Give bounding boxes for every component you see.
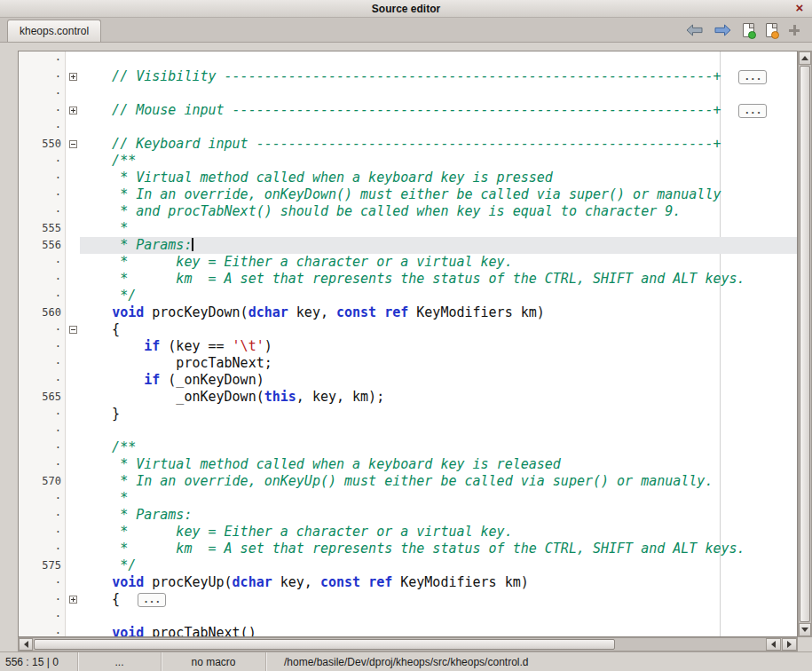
code-text[interactable] xyxy=(80,119,797,136)
code-line[interactable]: · * In an override, onKeyDown() must eit… xyxy=(19,186,797,203)
code-line[interactable]: · * km = A set that represents the statu… xyxy=(19,271,797,288)
code-text[interactable]: // Keyboard input ----------------------… xyxy=(80,136,797,153)
v-scroll-thumb[interactable] xyxy=(800,66,810,622)
code-text[interactable]: void procTabNext() xyxy=(80,625,797,637)
fold-expand-icon[interactable] xyxy=(69,107,77,114)
code-line[interactable]: · * km = A set that represents the statu… xyxy=(19,541,797,557)
v-scrollbar[interactable] xyxy=(798,51,812,637)
code-line[interactable]: · */ xyxy=(19,288,797,304)
code-line[interactable]: · if (_onKeyDown) xyxy=(19,372,797,389)
fold-ellipsis[interactable]: ... xyxy=(738,104,767,118)
code-text[interactable]: * Params: xyxy=(80,507,797,524)
line-number: · xyxy=(19,372,66,389)
code-editor[interactable]: ·· // Visibility -----------------------… xyxy=(18,51,798,637)
fold-ellipsis[interactable]: ... xyxy=(138,593,166,607)
code-text[interactable]: if (key == '\t') xyxy=(80,338,797,355)
code-line[interactable]: · void procTabNext() xyxy=(19,625,797,637)
detach-button[interactable] xyxy=(789,25,800,36)
code-line[interactable]: · xyxy=(19,85,797,102)
code-text[interactable]: */ xyxy=(80,557,797,574)
code-line[interactable]: 550 // Keyboard input ------------------… xyxy=(19,136,797,153)
code-line[interactable]: · // Mouse input -----------------------… xyxy=(19,102,797,119)
code-text[interactable]: if (_onKeyDown) xyxy=(80,372,797,389)
code-line[interactable]: · if (key == '\t') xyxy=(19,338,797,355)
code-line[interactable]: 560 void procKeyDown(dchar key, const re… xyxy=(19,304,797,321)
scroll-up-button[interactable] xyxy=(799,51,811,65)
code-line[interactable]: · xyxy=(19,608,797,625)
code-line[interactable]: · * key = Either a character or a virtua… xyxy=(19,524,797,541)
fold-expand-icon[interactable] xyxy=(69,596,77,604)
code-line[interactable]: 556 * Params: xyxy=(19,237,797,254)
code-line[interactable]: · {... xyxy=(19,591,797,608)
code-text[interactable] xyxy=(80,608,797,625)
code-line[interactable]: · * xyxy=(19,490,797,507)
code-text[interactable]: * In an override, onKeyUp() must either … xyxy=(80,473,797,490)
code-line[interactable]: · /** xyxy=(19,439,797,456)
code-text[interactable]: * In an override, onKeyDown() must eithe… xyxy=(80,186,797,203)
code-line[interactable]: · * Virtual method called when a keyboar… xyxy=(19,170,797,186)
code-line[interactable]: · xyxy=(19,119,797,136)
code-text[interactable]: * xyxy=(80,220,797,237)
fold-collapse-icon[interactable] xyxy=(69,326,77,334)
fold-margin xyxy=(66,541,80,557)
code-text[interactable]: { xyxy=(80,321,797,338)
code-line[interactable]: 565 _onKeyDown(this, key, km); xyxy=(19,389,797,406)
code-line[interactable]: 575 */ xyxy=(19,557,797,574)
code-text[interactable]: /** xyxy=(80,153,797,170)
code-text[interactable]: void procKeyDown(dchar key, const ref Ke… xyxy=(80,304,797,321)
fold-ellipsis[interactable]: ... xyxy=(738,70,767,84)
code-line[interactable]: · // Visibility ------------------------… xyxy=(19,68,797,85)
code-line[interactable]: · void procKeyUp(dchar key, const ref Ke… xyxy=(19,574,797,591)
code-text[interactable]: /** xyxy=(80,439,797,456)
code-line[interactable]: · procTabNext; xyxy=(19,355,797,372)
code-text[interactable]: */ xyxy=(80,288,797,304)
code-text[interactable]: * Params: xyxy=(80,237,797,254)
code-text[interactable]: // Visibility --------------------------… xyxy=(80,68,797,85)
close-button[interactable]: × xyxy=(792,1,807,15)
h-scrollbar[interactable] xyxy=(18,637,798,651)
scroll-down-button[interactable] xyxy=(799,623,811,636)
code-line[interactable]: · { xyxy=(19,321,797,338)
code-line[interactable]: · /** xyxy=(19,153,797,170)
code-text[interactable]: * Virtual method called when a keyboard … xyxy=(80,456,797,473)
code-text[interactable]: _onKeyDown(this, key, km); xyxy=(80,389,797,406)
code-line[interactable]: · xyxy=(19,51,797,68)
code-line[interactable]: · * Virtual method called when a keyboar… xyxy=(19,456,797,473)
code-text[interactable]: * and procTabNext() should be called whe… xyxy=(80,203,797,220)
code-text[interactable]: * km = A set that represents the status … xyxy=(80,541,797,557)
scroll-right-button[interactable] xyxy=(782,638,797,651)
forward-arrow-icon xyxy=(714,24,731,36)
h-scroll-thumb[interactable] xyxy=(34,639,615,650)
go-back-button[interactable] xyxy=(686,24,703,36)
code-text[interactable]: } xyxy=(80,406,797,422)
fold-expand-icon[interactable] xyxy=(69,73,77,81)
scroll-left-secondary-button[interactable] xyxy=(766,638,781,651)
code-line[interactable]: · * key = Either a character or a virtua… xyxy=(19,254,797,271)
code-text[interactable]: // Mouse input -------------------------… xyxy=(80,102,797,119)
code-line[interactable]: 555 * xyxy=(19,220,797,237)
code-text[interactable]: {... xyxy=(80,591,797,608)
code-line[interactable]: · * and procTabNext() should be called w… xyxy=(19,203,797,220)
code-text[interactable] xyxy=(80,51,797,68)
scroll-left-button[interactable] xyxy=(19,638,33,651)
code-text[interactable]: * xyxy=(80,490,797,507)
code-line[interactable]: 570 * In an override, onKeyUp() must eit… xyxy=(19,473,797,490)
code-text[interactable]: * km = A set that represents the status … xyxy=(80,271,797,288)
code-text[interactable] xyxy=(80,422,797,439)
code-token: const xyxy=(336,304,376,320)
fold-collapse-icon[interactable] xyxy=(69,140,77,148)
code-text[interactable] xyxy=(80,85,797,102)
tab-kheops-control[interactable]: kheops.control xyxy=(7,20,101,42)
code-text[interactable]: * Virtual method called when a keyboard … xyxy=(80,170,797,186)
code-line[interactable]: · xyxy=(19,422,797,439)
code-line[interactable]: · * Params: xyxy=(19,507,797,524)
code-text[interactable]: * key = Either a character or a virtual … xyxy=(80,254,797,271)
code-line[interactable]: · } xyxy=(19,406,797,422)
code-text[interactable]: * key = Either a character or a virtual … xyxy=(80,524,797,541)
code-text[interactable]: void procKeyUp(dchar key, const ref KeyM… xyxy=(80,574,797,591)
code-text[interactable]: procTabNext; xyxy=(80,355,797,372)
window-titlebar[interactable]: Source editor × xyxy=(0,0,812,18)
document-green-button[interactable] xyxy=(743,23,754,37)
go-forward-button[interactable] xyxy=(714,24,731,36)
document-orange-button[interactable] xyxy=(766,23,777,37)
